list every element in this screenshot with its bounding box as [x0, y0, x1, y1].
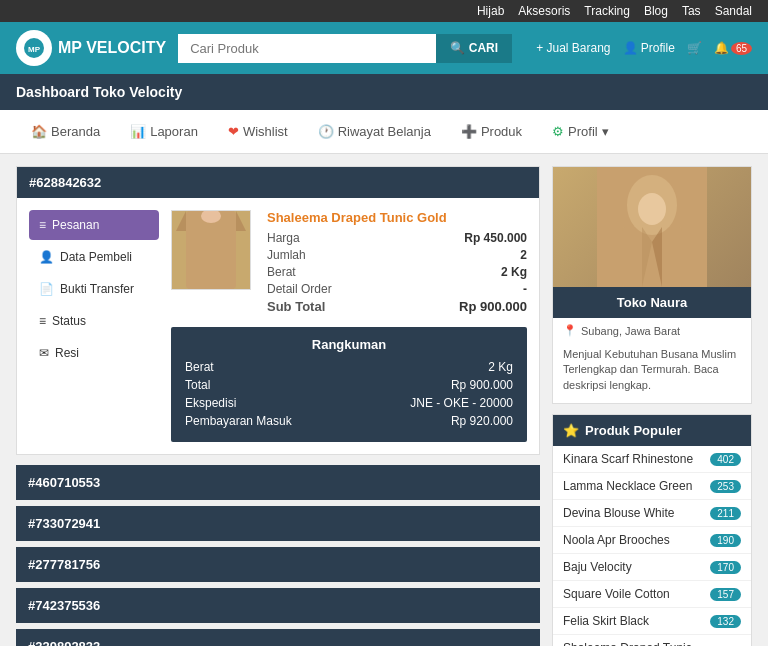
resi-icon: ✉ — [39, 346, 49, 360]
store-location: 📍 Subang, Jawa Barat — [553, 318, 751, 343]
beranda-icon: 🏠 — [31, 124, 47, 139]
notification-badge: 65 — [731, 42, 752, 55]
nav-hijab[interactable]: Hijab — [477, 4, 504, 18]
pesanan-icon: ≡ — [39, 218, 46, 232]
logo-text: MP VELOCITY — [58, 39, 166, 57]
summary-total: Total Rp 900.000 — [185, 378, 513, 392]
store-description: Menjual Kebutuhan Busana Muslim Terlengk… — [553, 343, 751, 403]
search-area: 🔍 CARI — [178, 34, 512, 63]
nav-sandal[interactable]: Sandal — [715, 4, 752, 18]
product-info: Shaleema Draped Tunic Gold Harga Rp 450.… — [171, 210, 527, 442]
popular-header: ⭐ Produk Populer — [553, 415, 751, 446]
product-row: Shaleema Draped Tunic Gold Harga Rp 450.… — [171, 210, 527, 317]
order-339892833[interactable]: #339892833 — [16, 629, 540, 646]
wishlist-icon: ❤ — [228, 124, 239, 139]
nav-resi[interactable]: ✉ Resi — [29, 338, 159, 368]
badge-5: 157 — [710, 588, 741, 601]
svg-marker-4 — [236, 211, 246, 231]
summary-ekspedisi: Ekspedisi JNE - OKE - 20000 — [185, 396, 513, 410]
status-icon: ≡ — [39, 314, 46, 328]
popular-item-0[interactable]: Kinara Scarf Rhinestone 402 — [553, 446, 751, 473]
location-icon: 📍 — [563, 324, 577, 337]
nav-tas[interactable]: Tas — [682, 4, 701, 18]
order-header-main[interactable]: #628842632 — [17, 167, 539, 198]
detail-berat: Berat 2 Kg — [267, 265, 527, 279]
svg-marker-3 — [176, 211, 186, 231]
data-pembeli-icon: 👤 — [39, 250, 54, 264]
store-name: Toko Naura — [553, 287, 751, 318]
order-742375536[interactable]: #742375536 — [16, 588, 540, 623]
header-actions: + Jual Barang 👤 Profile 🛒 🔔65 — [536, 41, 752, 55]
nav-pesanan[interactable]: ≡ Pesanan — [29, 210, 159, 240]
nav-bukti-transfer[interactable]: 📄 Bukti Transfer — [29, 274, 159, 304]
product-details: Shaleema Draped Tunic Gold Harga Rp 450.… — [267, 210, 527, 317]
nav-status[interactable]: ≡ Status — [29, 306, 159, 336]
right-panel: Toko Naura 📍 Subang, Jawa Barat Menjual … — [552, 166, 752, 646]
summary-berat: Berat 2 Kg — [185, 360, 513, 374]
badge-1: 253 — [710, 480, 741, 493]
profil-dropdown-icon: ▾ — [602, 124, 609, 139]
order-277781756[interactable]: #277781756 — [16, 547, 540, 582]
order-733072941[interactable]: #733072941 — [16, 506, 540, 541]
tab-laporan[interactable]: 📊 Laporan — [115, 118, 213, 145]
jual-barang-button[interactable]: + Jual Barang — [536, 41, 610, 55]
dashboard-title: Dashboard Toko Velocity — [16, 84, 182, 100]
top-nav: Hijab Aksesoris Tracking Blog Tas Sandal — [0, 0, 768, 22]
order-summary: Rangkuman Berat 2 Kg Total Rp 900.000 Ek… — [171, 327, 527, 442]
order-card-main: #628842632 ≡ Pesanan 👤 Data Pembeli 📄 B — [16, 166, 540, 455]
svg-rect-7 — [622, 227, 682, 287]
detail-order: Detail Order - — [267, 282, 527, 296]
riwayat-icon: 🕐 — [318, 124, 334, 139]
search-input[interactable] — [178, 34, 436, 63]
badge-0: 402 — [710, 453, 741, 466]
popular-products-card: ⭐ Produk Populer Kinara Scarf Rhinestone… — [552, 414, 752, 646]
laporan-icon: 📊 — [130, 124, 146, 139]
badge-2: 211 — [710, 507, 741, 520]
popular-item-1[interactable]: Lamma Necklace Green 253 — [553, 473, 751, 500]
logo-area: MP MP VELOCITY — [16, 30, 166, 66]
product-image — [171, 210, 251, 290]
detail-subtotal: Sub Total Rp 900.000 — [267, 299, 527, 314]
svg-text:MP: MP — [28, 45, 41, 54]
tab-produk[interactable]: ➕ Produk — [446, 118, 537, 145]
tab-wishlist[interactable]: ❤ Wishlist — [213, 118, 303, 145]
bukti-transfer-icon: 📄 — [39, 282, 54, 296]
tab-profil[interactable]: ⚙ Profil ▾ — [537, 118, 624, 145]
summary-pembayaran: Pembayaran Masuk Rp 920.000 — [185, 414, 513, 428]
tab-beranda[interactable]: 🏠 Beranda — [16, 118, 115, 145]
left-panel: #628842632 ≡ Pesanan 👤 Data Pembeli 📄 B — [16, 166, 540, 646]
main-content: #628842632 ≡ Pesanan 👤 Data Pembeli 📄 B — [0, 154, 768, 646]
order-body: ≡ Pesanan 👤 Data Pembeli 📄 Bukti Transfe… — [17, 198, 539, 454]
store-card: Toko Naura 📍 Subang, Jawa Barat Menjual … — [552, 166, 752, 404]
detail-jumlah: Jumlah 2 — [267, 248, 527, 262]
star-icon: ⭐ — [563, 423, 579, 438]
header: MP MP VELOCITY 🔍 CARI + Jual Barang 👤 Pr… — [0, 22, 768, 74]
tabs-bar: 🏠 Beranda 📊 Laporan ❤ Wishlist 🕐 Riwayat… — [0, 110, 768, 154]
notification-button[interactable]: 🔔65 — [714, 41, 752, 55]
popular-item-7[interactable]: Shaleema Draped Tunic Gold 130 — [553, 635, 751, 646]
popular-item-4[interactable]: Baju Velocity 170 — [553, 554, 751, 581]
popular-item-3[interactable]: Noola Apr Brooches 190 — [553, 527, 751, 554]
popular-item-2[interactable]: Devina Blouse White 211 — [553, 500, 751, 527]
popular-item-5[interactable]: Square Voile Cotton 157 — [553, 581, 751, 608]
nav-data-pembeli[interactable]: 👤 Data Pembeli — [29, 242, 159, 272]
svg-point-9 — [638, 193, 666, 225]
popular-item-6[interactable]: Felia Skirt Black 132 — [553, 608, 751, 635]
badge-4: 170 — [710, 561, 741, 574]
detail-harga: Harga Rp 450.000 — [267, 231, 527, 245]
nav-aksesoris[interactable]: Aksesoris — [518, 4, 570, 18]
tab-riwayat[interactable]: 🕐 Riwayat Belanja — [303, 118, 446, 145]
profile-button[interactable]: 👤 Profile — [623, 41, 675, 55]
badge-3: 190 — [710, 534, 741, 547]
logo-icon: MP — [16, 30, 52, 66]
search-button[interactable]: 🔍 CARI — [436, 34, 512, 63]
produk-icon: ➕ — [461, 124, 477, 139]
product-name: Shaleema Draped Tunic Gold — [267, 210, 527, 225]
nav-tracking[interactable]: Tracking — [584, 4, 630, 18]
nav-blog[interactable]: Blog — [644, 4, 668, 18]
order-460710553[interactable]: #460710553 — [16, 465, 540, 500]
dashboard-title-bar: Dashboard Toko Velocity — [0, 74, 768, 110]
order-side-nav: ≡ Pesanan 👤 Data Pembeli 📄 Bukti Transfe… — [29, 210, 159, 442]
summary-title: Rangkuman — [185, 337, 513, 352]
cart-button[interactable]: 🛒 — [687, 41, 702, 55]
